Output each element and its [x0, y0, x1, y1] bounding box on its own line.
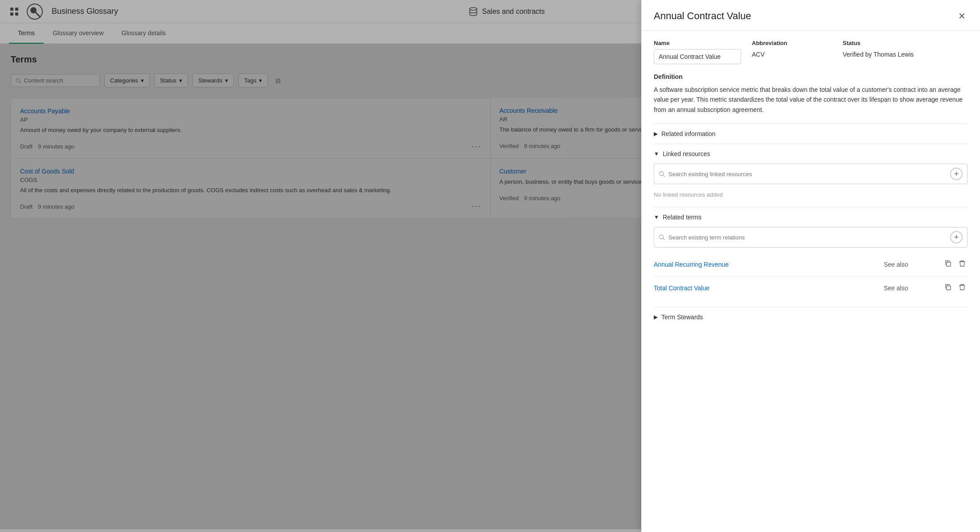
panel-close-button[interactable]: ✕: [956, 9, 968, 23]
name-input[interactable]: [654, 49, 741, 64]
related-term-row-1: Total Contract Value See also: [654, 276, 968, 300]
related-term-actions-1: [943, 282, 968, 294]
no-linked-resources-message: No linked resources added: [654, 190, 968, 200]
term-stewards-header[interactable]: ▶ Term Stewards: [654, 307, 968, 327]
related-information-header[interactable]: ▶ Related information: [654, 124, 968, 144]
related-terms-list: Annual Recurring Revenue See also: [654, 253, 968, 300]
svg-rect-19: [947, 286, 951, 290]
linked-resources-content: + No linked resources added: [654, 164, 968, 207]
related-term-row-0: Annual Recurring Revenue See also: [654, 253, 968, 276]
name-label: Name: [654, 40, 741, 46]
related-terms-section: ▼ Related terms + Annual Recurring Reven…: [654, 207, 968, 307]
status-value: Verified by Thomas Lewis: [843, 49, 968, 58]
panel-header: Annual Contract Value ✕: [641, 0, 980, 31]
chevron-right-icon: ▶: [654, 131, 658, 137]
status-field-group: Status Verified by Thomas Lewis: [843, 40, 968, 64]
abbreviation-label: Abbreviation: [752, 40, 832, 46]
linked-resources-label: Linked resources: [663, 150, 710, 157]
linked-resources-search-input[interactable]: [668, 171, 947, 177]
related-terms-content: + Annual Recurring Revenue See also: [654, 227, 968, 307]
status-label: Status: [843, 40, 968, 46]
name-field-group: Name: [654, 40, 741, 64]
panel-title: Annual Contract Value: [654, 10, 751, 22]
definition-text: A software subscription service metric t…: [654, 85, 968, 115]
chevron-down-icon-2: ▼: [654, 214, 659, 220]
add-linked-resource-button[interactable]: +: [950, 168, 963, 180]
svg-line-17: [663, 239, 665, 240]
svg-line-15: [663, 175, 665, 177]
abbreviation-value: ACV: [752, 49, 832, 58]
fields-row: Name Abbreviation ACV Status Verified by…: [654, 40, 968, 64]
related-information-section: ▶ Related information: [654, 124, 968, 144]
related-terms-header[interactable]: ▼ Related terms: [654, 207, 968, 227]
related-term-actions-0: [943, 258, 968, 271]
related-term-type-1: See also: [884, 285, 937, 292]
related-terms-search-box: +: [654, 227, 968, 247]
copy-icon-0[interactable]: [943, 258, 953, 271]
chevron-down-icon: ▼: [654, 151, 659, 157]
delete-icon-1[interactable]: [957, 282, 968, 294]
svg-rect-18: [947, 262, 951, 266]
related-terms-search-input[interactable]: [668, 234, 947, 241]
side-panel: Annual Contract Value ✕ Name Abbreviatio…: [641, 0, 980, 529]
search-icon: [659, 171, 665, 177]
linked-resources-search-box: +: [654, 164, 968, 184]
term-stewards-section: ▶ Term Stewards: [654, 307, 968, 327]
related-information-label: Related information: [661, 130, 715, 137]
definition-label: Definition: [654, 73, 968, 80]
add-related-term-button[interactable]: +: [950, 231, 963, 243]
related-terms-label: Related terms: [663, 214, 701, 221]
abbreviation-field-group: Abbreviation ACV: [752, 40, 832, 64]
search-icon-2: [659, 234, 665, 240]
term-stewards-label: Term Stewards: [661, 313, 703, 321]
related-term-name-1[interactable]: Total Contract Value: [654, 285, 878, 292]
related-term-type-0: See also: [884, 261, 937, 268]
definition-section: Definition A software subscription servi…: [654, 73, 968, 115]
linked-resources-header[interactable]: ▼ Linked resources: [654, 144, 968, 164]
copy-icon-1[interactable]: [943, 282, 953, 294]
linked-resources-section: ▼ Linked resources + No linked resources…: [654, 144, 968, 207]
related-term-name-0[interactable]: Annual Recurring Revenue: [654, 261, 878, 268]
delete-icon-0[interactable]: [957, 258, 968, 271]
chevron-right-icon-2: ▶: [654, 314, 658, 320]
panel-body: Name Abbreviation ACV Status Verified by…: [641, 31, 980, 529]
